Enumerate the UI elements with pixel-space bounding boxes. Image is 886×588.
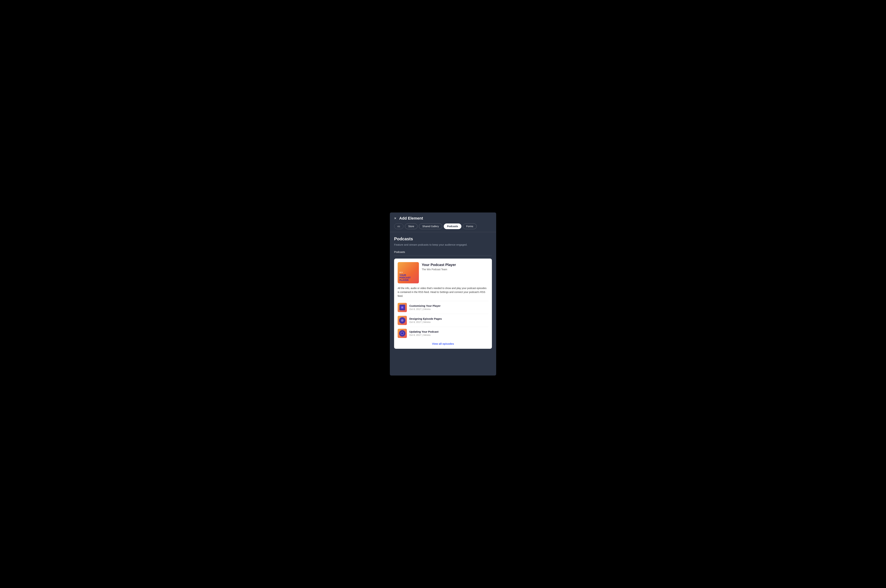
podcast-card-header: WIX YOUR PODCAST PLAYER Your Podcast Pla…: [398, 262, 488, 284]
section-heading: Podcasts: [394, 236, 492, 242]
tab-shared-gallery[interactable]: Shared Gallery: [419, 224, 442, 229]
podcast-info: Your Podcast Player The Wix Podcast Team: [422, 262, 456, 284]
podcast-name: Your Podcast Player: [422, 263, 456, 267]
episode-details-3: Updating Your Podcast Oct 8, 2017 | 34mi…: [409, 330, 488, 336]
episode-icon-svg-1: [400, 306, 404, 309]
podcast-card[interactable]: WIX YOUR PODCAST PLAYER Your Podcast Pla…: [394, 258, 492, 349]
episode-meta-1: Oct 8, 2017 | 24mins: [409, 308, 488, 310]
tab-apps[interactable]: es: [394, 224, 403, 229]
panel-title: Add Element: [399, 216, 423, 220]
episode-details-2: Designing Episode Pages Oct 8, 2017 | 34…: [409, 317, 488, 323]
svg-rect-1: [401, 307, 403, 308]
episode-icon-2: [399, 317, 405, 324]
episode-meta-2: Oct 8, 2017 | 34mins: [409, 321, 488, 323]
section-description: Feature and stream podcasts to keep your…: [394, 243, 492, 247]
thumbnail-wix-label: WIX: [399, 272, 403, 273]
podcast-description: All the info, audio or video that's need…: [398, 286, 488, 298]
thumbnail-text-line1: YOUR: [399, 274, 406, 276]
episode-item-2[interactable]: Designing Episode Pages Oct 8, 2017 | 34…: [398, 314, 488, 327]
episode-meta-3: Oct 8, 2017 | 34mins: [409, 334, 488, 336]
content-area: Podcasts Feature and stream podcasts to …: [390, 232, 496, 375]
section-line: [394, 255, 492, 256]
thumbnail-text-line3: PLAYER: [399, 279, 409, 281]
episode-thumb-2: [398, 316, 407, 325]
episode-list: Customizing Your Player Oct 8, 2017 | 24…: [398, 301, 488, 340]
add-element-panel: × Add Element es Store Shared Gallery Po…: [390, 213, 496, 375]
tab-podcasts[interactable]: Podcasts: [444, 224, 462, 229]
episode-thumb-3: [398, 329, 407, 338]
podcast-author: The Wix Podcast Team: [422, 268, 456, 271]
episode-item-1[interactable]: Customizing Your Player Oct 8, 2017 | 24…: [398, 301, 488, 314]
panel-header: × Add Element: [390, 213, 496, 224]
episode-item-3[interactable]: Updating Your Podcast Oct 8, 2017 | 34mi…: [398, 327, 488, 340]
episode-icon-1: [399, 304, 405, 310]
nav-tabs: es Store Shared Gallery Podcasts Forms: [390, 224, 496, 232]
episode-details-1: Customizing Your Player Oct 8, 2017 | 24…: [409, 304, 488, 310]
episode-title-3: Updating Your Podcast: [409, 330, 488, 333]
tab-store[interactable]: Store: [405, 224, 417, 229]
tab-forms[interactable]: Forms: [463, 224, 477, 229]
section-label: Podcasts: [394, 250, 492, 254]
close-button[interactable]: ×: [394, 216, 396, 220]
episode-title-1: Customizing Your Player: [409, 304, 488, 307]
close-icon: ×: [394, 216, 396, 220]
view-all-link[interactable]: View all episodes: [398, 342, 488, 345]
episode-thumb-1: [398, 303, 407, 312]
episode-title-2: Designing Episode Pages: [409, 317, 488, 320]
episode-icon-3: [399, 330, 405, 336]
thumbnail-text-line2: PODCAST: [399, 276, 411, 279]
podcast-thumbnail: WIX YOUR PODCAST PLAYER: [398, 262, 419, 284]
